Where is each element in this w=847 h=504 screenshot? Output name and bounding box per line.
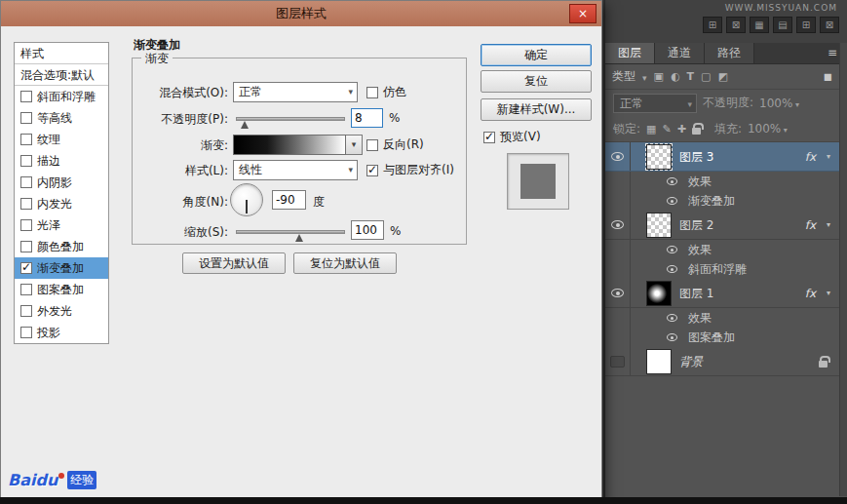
effects-label[interactable]: 效果 <box>688 310 712 327</box>
reset-default-button[interactable]: 复位为默认值 <box>293 252 397 274</box>
layer-thumbnail[interactable] <box>646 144 672 170</box>
style-item-outer-glow[interactable]: 外发光 <box>15 300 108 322</box>
tab-paths[interactable]: 路径 <box>705 43 754 63</box>
angle-input[interactable] <box>272 190 306 210</box>
layer-name[interactable]: 图层 3 <box>679 142 713 172</box>
toolbar-grid2-icon[interactable] <box>796 17 816 33</box>
checkbox[interactable] <box>20 112 32 124</box>
fx-icon[interactable]: fx <box>805 211 816 240</box>
filter-shape-layers-icon[interactable] <box>701 71 711 82</box>
visibility-well[interactable] <box>605 347 631 375</box>
toolbar-grid-icon[interactable] <box>703 17 722 33</box>
effect-name[interactable]: 图案叠加 <box>688 330 735 346</box>
blending-options-item[interactable]: 混合选项:默认 <box>15 64 108 86</box>
layer-row-2[interactable]: 图层 2 fx <box>605 211 839 240</box>
checkbox[interactable] <box>20 284 32 295</box>
style-item-drop-shadow[interactable]: 投影 <box>15 322 108 343</box>
eye-off-icon[interactable] <box>610 356 625 368</box>
effects-row[interactable]: 效果 <box>605 172 839 191</box>
reverse-option[interactable]: 反向(R) <box>366 136 424 153</box>
tab-layers[interactable]: 图层 <box>605 43 655 63</box>
filter-kind-label[interactable]: 类型 <box>612 68 635 85</box>
checkbox[interactable] <box>20 305 32 317</box>
toolbar-pattern-icon[interactable] <box>750 17 769 33</box>
opacity-slider[interactable] <box>236 117 345 121</box>
effect-eye-icon[interactable] <box>667 177 677 185</box>
style-item-contour[interactable]: 等高线 <box>15 107 108 129</box>
fx-collapse-icon[interactable] <box>827 279 830 308</box>
set-default-button[interactable]: 设置为默认值 <box>182 252 286 274</box>
gradient-swatch[interactable] <box>233 135 346 155</box>
ok-button[interactable]: 确定 <box>481 44 592 66</box>
align-checkbox[interactable] <box>366 165 378 176</box>
filter-switch-icon[interactable] <box>824 71 832 82</box>
blend-mode-select[interactable]: 正常 <box>613 94 697 113</box>
angle-dial[interactable] <box>230 183 263 216</box>
visibility-well[interactable] <box>605 211 631 239</box>
layer-row-3[interactable]: 图层 3 fx <box>605 142 839 172</box>
checkbox[interactable] <box>20 327 32 338</box>
layer-name[interactable]: 图层 1 <box>679 279 713 308</box>
checkbox[interactable] <box>20 134 32 145</box>
fill-value[interactable]: 100% <box>748 122 788 136</box>
style-item-inner-shadow[interactable]: 内阴影 <box>15 172 108 193</box>
opacity-input[interactable] <box>351 108 383 128</box>
effect-row-bevel-emboss[interactable]: 斜面和浮雕 <box>605 259 839 279</box>
blend-mode-select[interactable]: 正常 <box>233 82 358 102</box>
align-option[interactable]: 与图层对齐(I) <box>366 162 454 178</box>
checkbox[interactable] <box>20 262 32 274</box>
effect-name[interactable]: 渐变叠加 <box>688 193 735 210</box>
layer-name[interactable]: 图层 2 <box>679 211 713 240</box>
visibility-well[interactable] <box>605 142 631 171</box>
effects-row[interactable]: 效果 <box>605 308 839 328</box>
eye-icon[interactable] <box>611 289 624 297</box>
fx-collapse-icon[interactable] <box>827 211 830 240</box>
dialog-titlebar[interactable]: 图层样式 × <box>1 1 601 26</box>
new-style-button[interactable]: 新建样式(W)... <box>481 98 592 121</box>
filter-smart-object-icon[interactable] <box>717 71 727 82</box>
layer-name[interactable]: 背景 <box>679 347 703 376</box>
tab-channels[interactable]: 通道 <box>655 43 705 63</box>
style-item-bevel[interactable]: 斜面和浮雕 <box>15 86 108 107</box>
effects-label[interactable]: 效果 <box>688 242 712 258</box>
effect-eye-icon[interactable] <box>667 265 677 273</box>
effect-row-gradient-overlay[interactable]: 渐变叠加 <box>605 191 839 211</box>
lock-all-icon[interactable] <box>692 128 701 135</box>
effect-eye-icon[interactable] <box>667 197 677 205</box>
filter-pixel-layers-icon[interactable] <box>654 71 664 82</box>
close-icon[interactable]: × <box>569 4 597 23</box>
layer-thumbnail[interactable] <box>646 349 672 374</box>
effect-name[interactable]: 斜面和浮雕 <box>688 261 747 278</box>
filter-adjustment-layers-icon[interactable] <box>671 71 680 82</box>
style-item-gradient-overlay[interactable]: 渐变叠加 <box>15 257 108 279</box>
effect-eye-icon[interactable] <box>667 246 677 253</box>
style-item-pattern-overlay[interactable]: 图案叠加 <box>15 279 108 300</box>
toolbar-close-box2-icon[interactable] <box>820 17 839 33</box>
toolbar-rows-icon[interactable] <box>773 17 792 33</box>
eye-icon[interactable] <box>611 152 624 161</box>
style-item-texture[interactable]: 纹理 <box>15 129 108 150</box>
style-item-satin[interactable]: 光泽 <box>15 214 108 236</box>
checkbox[interactable] <box>20 241 32 252</box>
filter-type-layers-icon[interactable] <box>687 71 695 82</box>
toolbar-close-box-icon[interactable] <box>726 17 746 33</box>
style-item-color-overlay[interactable]: 颜色叠加 <box>15 236 108 257</box>
panel-scroll-edge[interactable] <box>839 43 847 496</box>
effect-row-pattern-overlay[interactable]: 图案叠加 <box>605 328 839 347</box>
eye-icon[interactable] <box>611 220 624 229</box>
visibility-well[interactable] <box>605 279 631 307</box>
fx-collapse-icon[interactable] <box>827 142 830 172</box>
preview-option[interactable]: 预览(V) <box>483 129 541 145</box>
layer-row-1[interactable]: 图层 1 fx <box>605 279 839 308</box>
checkbox[interactable] <box>20 155 32 167</box>
opacity-slider-thumb[interactable] <box>241 121 249 129</box>
dither-option[interactable]: 仿色 <box>366 84 406 100</box>
lock-position-icon[interactable] <box>677 123 686 136</box>
reverse-checkbox[interactable] <box>366 139 378 151</box>
gradient-style-select[interactable]: 线性 <box>233 160 358 180</box>
scale-input[interactable] <box>351 220 384 240</box>
checkbox[interactable] <box>20 91 32 102</box>
effect-eye-icon[interactable] <box>667 333 677 341</box>
dither-checkbox[interactable] <box>366 87 378 98</box>
chevron-down-icon[interactable] <box>642 70 647 84</box>
